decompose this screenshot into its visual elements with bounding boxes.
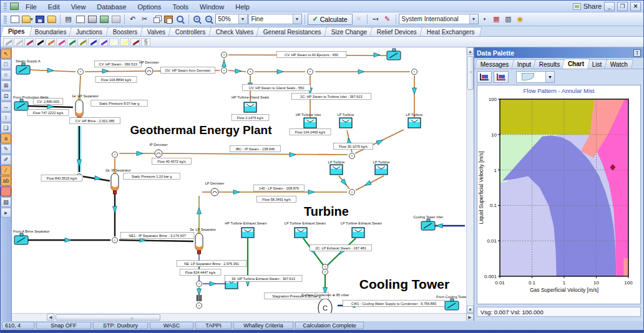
tank-node[interactable] bbox=[408, 118, 421, 128]
tank-node[interactable] bbox=[244, 102, 256, 112]
pipe-spring-tool[interactable]: § bbox=[141, 38, 150, 46]
pen-style-6[interactable] bbox=[56, 38, 66, 46]
copy-icon[interactable] bbox=[151, 14, 162, 25]
jct-node[interactable] bbox=[78, 69, 84, 75]
menu-tools[interactable]: Tools bbox=[167, 2, 194, 12]
canvas-horizontal-scrollbar[interactable]: ◀ ≡ ▶ bbox=[12, 313, 474, 321]
tab-boundaries[interactable]: Boundaries bbox=[27, 27, 74, 36]
flowsheet-diagram[interactable]: CCV: HP Steam - 366.513Flow 104.8894 kg/… bbox=[12, 47, 474, 321]
scroll-right-icon[interactable]: ▶ bbox=[466, 314, 474, 321]
grate-node[interactable] bbox=[197, 295, 202, 301]
jct-node[interactable] bbox=[112, 238, 118, 243]
overflow-arrow[interactable]: ▸ bbox=[1, 208, 11, 218]
pen-style-1[interactable] bbox=[3, 38, 12, 46]
menu-help[interactable]: Help bbox=[230, 2, 255, 12]
tank-node[interactable] bbox=[352, 228, 364, 238]
pen-style-13[interactable] bbox=[130, 38, 140, 46]
calculate-button[interactable]: ✓Calculate bbox=[308, 14, 353, 25]
tab-general-resistances[interactable]: General Resistances bbox=[256, 27, 328, 36]
pattern-tool[interactable]: ▨ bbox=[1, 197, 11, 207]
canvas-vertical-scrollbar[interactable]: ▲ ≡ ▼ bbox=[466, 47, 474, 313]
resize-tool[interactable]: ↕ bbox=[1, 112, 11, 122]
scroll-left-icon[interactable]: ◀ bbox=[47, 314, 54, 321]
text-ab-tool[interactable]: ab bbox=[1, 176, 11, 186]
units-dropdown-icon[interactable]: ▾ bbox=[479, 14, 490, 25]
tab-pipes[interactable]: Pipes bbox=[1, 26, 32, 36]
menu-window[interactable]: Window bbox=[194, 2, 230, 12]
flow-pattern-dropdown[interactable]: ▼ bbox=[516, 71, 555, 83]
palette-tab-results[interactable]: Results bbox=[533, 59, 566, 69]
jct-node[interactable] bbox=[197, 281, 202, 287]
dem-node[interactable] bbox=[145, 67, 153, 75]
pen-style-3[interactable] bbox=[24, 38, 34, 46]
tank-node[interactable] bbox=[304, 118, 316, 128]
pen-style-4[interactable] bbox=[35, 38, 44, 46]
tank-node[interactable] bbox=[330, 165, 343, 175]
print-icon[interactable] bbox=[87, 14, 98, 25]
menu-database[interactable]: Database bbox=[91, 2, 132, 12]
print-preview-icon[interactable] bbox=[75, 14, 86, 25]
undo-icon[interactable]: ↶ bbox=[127, 14, 139, 25]
list-options-icon[interactable]: ▥ bbox=[503, 14, 514, 25]
jct-node[interactable] bbox=[349, 153, 355, 159]
restore-button[interactable]: ❐ bbox=[617, 2, 628, 11]
palette-tab-watch[interactable]: Watch bbox=[604, 59, 633, 69]
jct-node[interactable] bbox=[248, 69, 253, 75]
tab-boosters[interactable]: Boosters bbox=[105, 27, 145, 36]
unit-options-icon[interactable]: ▦ bbox=[491, 14, 502, 25]
tab-heat-exchangers[interactable]: Heat Exchangers bbox=[419, 27, 482, 36]
marquee-select-tool[interactable]: □ bbox=[1, 59, 11, 69]
tank-node[interactable] bbox=[375, 165, 388, 175]
jct-node[interactable] bbox=[222, 68, 227, 74]
sep-node[interactable] bbox=[111, 171, 119, 194]
jct-node[interactable] bbox=[323, 269, 328, 275]
pencil-tool[interactable]: ✐ bbox=[1, 155, 11, 165]
tab-junctions[interactable]: Junctions bbox=[69, 27, 110, 36]
share-label[interactable]: Share bbox=[583, 2, 602, 10]
jct-node[interactable] bbox=[112, 152, 118, 158]
close-button[interactable]: ✕ bbox=[630, 2, 641, 11]
pen-style-9[interactable] bbox=[88, 38, 97, 46]
zoom-level-select[interactable]: 50%▼ bbox=[215, 14, 248, 24]
tab-controllers[interactable]: Controllers bbox=[168, 27, 213, 36]
scroll-down-icon[interactable]: ▼ bbox=[467, 306, 474, 313]
flow-pattern-chart[interactable]: 1001010.10.010.0010.010.1110100Gas Super… bbox=[477, 94, 641, 302]
pen-style-12[interactable] bbox=[120, 38, 129, 46]
pipe[interactable] bbox=[119, 240, 193, 241]
pipe[interactable] bbox=[163, 153, 348, 155]
tank-node[interactable] bbox=[339, 118, 352, 128]
pin-icon[interactable]: ⊺ bbox=[633, 49, 641, 57]
lasso-select-tool[interactable]: ○ bbox=[1, 70, 11, 80]
scroll-up-icon[interactable]: ▲ bbox=[467, 47, 474, 55]
find-icon[interactable] bbox=[175, 14, 186, 25]
pen-tool[interactable]: ✎ bbox=[1, 144, 11, 154]
equip-node[interactable] bbox=[14, 233, 28, 244]
select-tool[interactable]: ↖ bbox=[1, 49, 11, 59]
equip-node[interactable] bbox=[387, 49, 401, 60]
palette-tab-chart[interactable]: Chart bbox=[562, 59, 590, 69]
equip-node[interactable] bbox=[14, 99, 28, 110]
export-chart-icon[interactable] bbox=[494, 71, 509, 83]
pipe[interactable] bbox=[85, 71, 145, 72]
tab-check-valves[interactable]: Check Valves bbox=[208, 27, 261, 36]
pen-style-7[interactable] bbox=[67, 38, 76, 46]
model-canvas[interactable]: CCV: HP Steam - 366.513Flow 104.8894 kg/… bbox=[12, 47, 474, 321]
annotation-a-tool[interactable]: a bbox=[1, 133, 11, 143]
sep-node[interactable] bbox=[76, 97, 83, 120]
pen-style-11[interactable] bbox=[109, 38, 119, 46]
palette-tab-messages[interactable]: Messages bbox=[474, 59, 515, 69]
cut-icon[interactable]: ✂ bbox=[139, 14, 150, 25]
zoom-window-tool[interactable]: ⊞ bbox=[1, 80, 11, 90]
pan-tool[interactable]: ↔ bbox=[1, 102, 11, 112]
menu-view[interactable]: View bbox=[66, 2, 92, 12]
layout-icon[interactable]: ▤ bbox=[63, 14, 74, 25]
jct-node[interactable] bbox=[349, 190, 355, 195]
pipe-style-icon[interactable]: ⌁▾ bbox=[370, 14, 381, 25]
paste-icon[interactable] bbox=[163, 14, 174, 25]
jct-node[interactable] bbox=[222, 52, 227, 58]
menu-file[interactable]: File bbox=[20, 2, 42, 12]
pen-style-2[interactable] bbox=[14, 38, 23, 46]
open-file-icon[interactable]: ▾ bbox=[21, 14, 34, 25]
chart-settings-icon[interactable] bbox=[477, 71, 492, 83]
sep-node[interactable] bbox=[195, 231, 203, 254]
